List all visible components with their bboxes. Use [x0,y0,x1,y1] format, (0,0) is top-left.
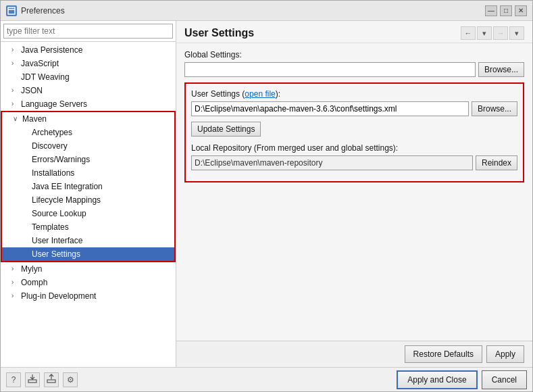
minimize-button[interactable]: — [485,5,497,16]
label-json: JSON [21,84,43,97]
open-file-link[interactable]: open file [245,89,275,99]
arrow-language-servers: › [11,97,21,111]
apply-close-button[interactable]: Apply and Close [397,370,477,389]
left-panel: › Java Persistence › JavaScript JDT Weav… [1,21,176,367]
local-repo-row: Reindex [191,155,517,170]
svg-rect-0 [8,7,15,14]
export-icon [28,374,37,385]
footer-icons: ? [6,372,78,387]
tree-item-json[interactable]: › JSON [1,84,176,97]
arrow-jdt-weaving [11,70,21,84]
local-repo-input [191,155,473,170]
arrow-errors-warnings [22,153,32,166]
import-icon [47,374,56,385]
main-content: › Java Persistence › JavaScript JDT Weav… [1,21,532,367]
user-settings-input[interactable] [191,101,469,116]
global-settings-row: Browse... [184,62,524,77]
user-settings-input-row: Browse... [191,101,517,116]
nav-back-dropdown[interactable]: ▾ [477,26,492,40]
label-errors-warnings: Errors/Warnings [32,153,90,166]
export-button[interactable] [25,372,40,387]
arrow-javascript: › [11,57,21,70]
tree-item-templates[interactable]: Templates [2,220,174,234]
arrow-oomph: › [11,276,21,289]
arrow-maven: ∨ [13,112,22,126]
arrow-java-ee-integration [22,180,32,193]
local-repo-section: Local Repository (From merged user and g… [191,143,517,170]
tree-item-discovery[interactable]: Discovery [2,139,174,153]
tree-item-oomph[interactable]: › Oomph [1,276,176,289]
tree-item-java-persistence[interactable]: › Java Persistence [1,43,176,57]
label-javascript: JavaScript [21,57,59,70]
right-body: Global Settings: Browse... User Settings… [176,43,532,341]
tree-item-javascript[interactable]: › JavaScript [1,57,176,70]
nav-back-button[interactable]: ← [461,26,476,40]
tree-item-language-servers[interactable]: › Language Servers [1,97,176,111]
global-settings-label: Global Settings: [184,50,524,59]
action-bar: Restore Defaults Apply [176,341,532,367]
tree-item-jdt-weaving[interactable]: JDT Weaving [1,70,176,84]
tree-item-errors-warnings[interactable]: Errors/Warnings [2,153,174,166]
tree-item-source-lookup[interactable]: Source Lookup [2,207,174,220]
browse-global-button[interactable]: Browse... [478,62,524,77]
label-java-persistence: Java Persistence [21,43,82,57]
label-language-servers: Language Servers [21,97,87,111]
arrow-user-settings [22,247,32,261]
label-discovery: Discovery [32,139,68,153]
label-user-interface: User Interface [32,234,82,247]
tree-item-user-interface[interactable]: User Interface [2,234,174,247]
arrow-discovery [22,139,32,153]
arrow-plug-in-development: › [11,289,21,303]
help-icon: ? [11,375,16,385]
apply-button[interactable]: Apply [486,345,524,363]
filter-input-wrap [1,21,176,42]
global-settings-input[interactable] [184,62,476,77]
help-icon-button[interactable]: ? [6,372,21,387]
user-settings-label: User Settings (open file): [191,89,517,99]
reindex-button[interactable]: Reindex [476,155,517,170]
arrow-installations [22,166,32,180]
user-settings-section: User Settings (open file): Browse... Upd… [184,82,524,182]
tree-item-java-ee-integration[interactable]: Java EE Integration [2,180,174,193]
svg-rect-4 [47,380,55,383]
nav-forward-dropdown[interactable]: ▾ [509,26,524,40]
tree-item-installations[interactable]: Installations [2,166,174,180]
right-header: User Settings ← ▾ → ▾ [176,21,532,43]
import-button[interactable] [44,372,59,387]
tree-item-user-settings[interactable]: User Settings [2,247,174,261]
title-bar: Preferences — □ ✕ [1,1,532,21]
arrow-user-interface [22,234,32,247]
label-source-lookup: Source Lookup [32,207,86,220]
tree-item-archetypes[interactable]: Archetypes [2,126,174,139]
maximize-button[interactable]: □ [500,5,512,16]
right-panel: User Settings ← ▾ → ▾ Global Settings: B… [176,21,532,367]
tree-item-lifecycle-mappings[interactable]: Lifecycle Mappings [2,193,174,207]
local-repo-label: Local Repository (From merged user and g… [191,143,517,153]
close-button[interactable]: ✕ [515,5,527,16]
nav-forward-button[interactable]: → [493,26,508,40]
label-templates: Templates [32,220,69,234]
svg-rect-2 [28,380,36,383]
settings-icon-button[interactable]: ⚙ [63,372,78,387]
window-controls: — □ ✕ [485,5,527,16]
tree-item-plug-in-development[interactable]: › Plug-in Development [1,289,176,303]
update-settings-button[interactable]: Update Settings [191,122,261,137]
label-plug-in-development: Plug-in Development [21,289,96,303]
arrow-archetypes [22,126,32,139]
browse-user-button[interactable]: Browse... [472,101,517,116]
maven-group: ∨ Maven Archetypes Discovery Errors/Warn… [1,111,176,262]
update-btn-row: Update Settings [191,122,517,137]
tree-item-mylyn[interactable]: › Mylyn [1,262,176,276]
filter-input[interactable] [3,24,173,39]
right-panel-title: User Settings [184,27,254,39]
restore-defaults-button[interactable]: Restore Defaults [405,345,482,363]
arrow-json: › [11,84,21,97]
arrow-mylyn: › [11,262,21,276]
arrow-source-lookup [22,207,32,220]
arrow-templates [22,220,32,234]
arrow-lifecycle-mappings [22,193,32,207]
footer-bar: ? [1,367,532,391]
cancel-button[interactable]: Cancel [482,370,527,389]
tree-item-maven[interactable]: ∨ Maven [2,112,174,126]
arrow-java-persistence: › [11,43,21,57]
